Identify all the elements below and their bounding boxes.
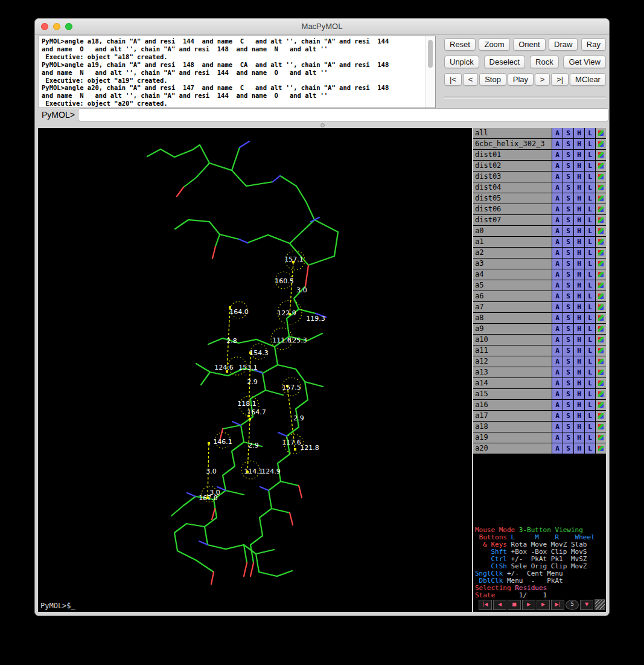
object-h-button[interactable]: H (574, 367, 584, 377)
object-c-button[interactable] (596, 259, 606, 269)
object-h-button[interactable]: H (574, 400, 584, 410)
object-name[interactable]: dist04 (473, 182, 552, 193)
object-name[interactable]: 6cbc_helix_302_3 (473, 139, 552, 149)
object-a-button[interactable]: A (552, 237, 563, 247)
object-a-button[interactable]: A (552, 150, 563, 160)
object-c-button[interactable] (596, 443, 606, 454)
splitter-handle[interactable] (320, 123, 325, 127)
object-l-button[interactable]: L (585, 400, 595, 410)
object-c-button[interactable] (596, 248, 606, 258)
object-a-button[interactable]: A (552, 302, 563, 312)
object-s-button[interactable]: S (563, 432, 573, 443)
stop-button[interactable]: ■ (508, 600, 521, 610)
object-name[interactable]: a6 (473, 291, 552, 301)
object-name[interactable]: a19 (473, 432, 552, 443)
object-name[interactable]: dist07 (473, 215, 552, 225)
object-name[interactable]: a4 (473, 269, 552, 280)
object-c-button[interactable] (596, 291, 606, 301)
object-l-button[interactable]: L (585, 269, 595, 280)
object-c-button[interactable] (596, 356, 606, 367)
object-a-button[interactable]: A (552, 280, 563, 291)
object-a-button[interactable]: A (552, 432, 563, 443)
object-l-button[interactable]: L (585, 150, 595, 160)
object-a-button[interactable]: A (552, 411, 563, 421)
object-s-button[interactable]: S (563, 324, 573, 334)
object-a-button[interactable]: A (552, 161, 563, 171)
object-s-button[interactable]: S (563, 335, 573, 345)
object-a-button[interactable]: A (552, 259, 563, 269)
step-forward-button[interactable]: ▶ (537, 600, 550, 610)
toolbar-button-deselect[interactable]: Deselect (484, 56, 526, 68)
object-a-button[interactable]: A (552, 443, 563, 454)
object-l-button[interactable]: L (585, 248, 595, 258)
object-c-button[interactable] (596, 139, 606, 149)
object-l-button[interactable]: L (585, 280, 595, 291)
object-a-button[interactable]: A (552, 139, 563, 149)
object-h-button[interactable]: H (574, 313, 584, 323)
step-back-button[interactable]: ◀ (493, 600, 506, 610)
menu-arrow-button[interactable]: ▼ (580, 600, 593, 610)
object-l-button[interactable]: L (585, 172, 595, 182)
object-s-button[interactable]: S (563, 193, 573, 204)
object-s-button[interactable]: S (563, 302, 573, 312)
object-a-button[interactable]: A (552, 193, 563, 204)
object-a-button[interactable]: A (552, 335, 563, 345)
object-c-button[interactable] (596, 422, 606, 432)
object-c-button[interactable] (596, 302, 606, 312)
object-s-button[interactable]: S (563, 443, 573, 454)
scene-button[interactable]: S (566, 600, 579, 610)
object-c-button[interactable] (596, 128, 606, 138)
object-a-button[interactable]: A (552, 182, 563, 193)
object-h-button[interactable]: H (574, 259, 584, 269)
object-l-button[interactable]: L (585, 193, 595, 204)
object-name[interactable]: dist03 (473, 172, 552, 182)
toolbar-button-unpick[interactable]: Unpick (444, 56, 479, 68)
object-name[interactable]: dist06 (473, 204, 552, 214)
go-start-button[interactable]: |◀ (479, 600, 492, 610)
object-a-button[interactable]: A (552, 291, 563, 301)
object-name[interactable]: a13 (473, 367, 552, 377)
object-h-button[interactable]: H (574, 161, 584, 171)
object-c-button[interactable] (596, 324, 606, 334)
object-l-button[interactable]: L (585, 226, 595, 236)
object-s-button[interactable]: S (563, 172, 573, 182)
toolbar-button-[interactable]: |< (444, 73, 462, 86)
object-l-button[interactable]: L (585, 313, 595, 323)
object-l-button[interactable]: L (585, 215, 595, 225)
toolbar-button-play[interactable]: Play (508, 73, 534, 86)
object-h-button[interactable]: H (574, 335, 584, 345)
object-h-button[interactable]: H (574, 182, 584, 193)
object-l-button[interactable]: L (585, 204, 595, 214)
object-l-button[interactable]: L (585, 324, 595, 334)
object-l-button[interactable]: L (585, 432, 595, 443)
object-s-button[interactable]: S (563, 215, 573, 225)
object-name[interactable]: a5 (473, 280, 552, 291)
toolbar-button-reset[interactable]: Reset (444, 38, 476, 51)
object-s-button[interactable]: S (563, 411, 573, 421)
object-a-button[interactable]: A (552, 345, 563, 356)
object-s-button[interactable]: S (563, 345, 573, 356)
toolbar-button-[interactable]: < (463, 73, 479, 86)
object-name[interactable]: a16 (473, 400, 552, 410)
object-s-button[interactable]: S (563, 291, 573, 301)
object-name[interactable]: a0 (473, 226, 552, 236)
object-c-button[interactable] (596, 150, 606, 160)
object-l-button[interactable]: L (585, 422, 595, 432)
console-scrollbar[interactable] (426, 36, 435, 108)
object-l-button[interactable]: L (585, 302, 595, 312)
object-name[interactable]: a14 (473, 378, 552, 388)
toolbar-button-stop[interactable]: Stop (479, 73, 506, 86)
object-h-button[interactable]: H (574, 378, 584, 388)
object-name[interactable]: a20 (473, 443, 552, 454)
object-name[interactable]: a17 (473, 411, 552, 421)
object-h-button[interactable]: H (574, 302, 584, 312)
object-s-button[interactable]: S (563, 269, 573, 280)
object-a-button[interactable]: A (552, 378, 563, 388)
object-s-button[interactable]: S (563, 313, 573, 323)
object-l-button[interactable]: L (585, 237, 595, 247)
object-h-button[interactable]: H (574, 193, 584, 204)
object-l-button[interactable]: L (585, 443, 595, 454)
object-h-button[interactable]: H (574, 411, 584, 421)
object-s-button[interactable]: S (563, 378, 573, 388)
object-s-button[interactable]: S (563, 150, 573, 160)
